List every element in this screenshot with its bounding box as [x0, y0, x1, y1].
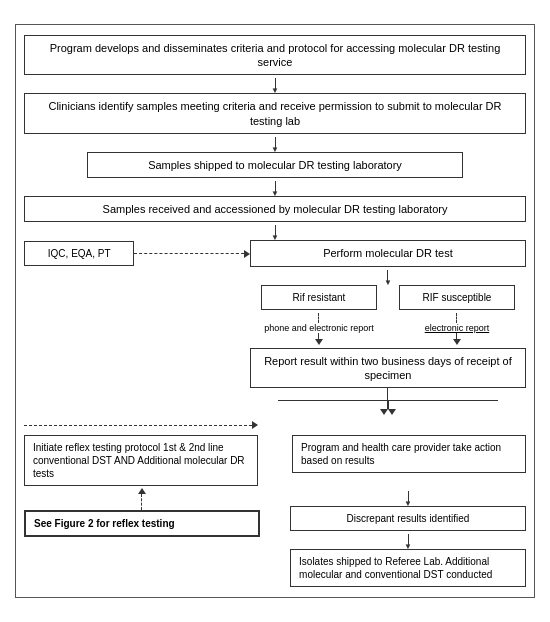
arrow2: [24, 134, 526, 152]
box1: Program develops and disseminates criter…: [24, 35, 526, 76]
label-electronic: electronic report: [399, 313, 515, 345]
box7: Report result within two business days o…: [250, 348, 526, 389]
box9-left: See Figure 2 for reflex testing: [24, 510, 260, 537]
label-phone: phone and electronic report: [261, 313, 377, 345]
box5-right: Perform molecular DR test: [250, 240, 526, 266]
arrow-right-down: [408, 488, 409, 506]
box3: Samples shipped to molecular DR testing …: [87, 152, 464, 178]
arrow9: [408, 531, 409, 549]
arrow4: [24, 222, 526, 240]
arrow5: [387, 267, 388, 285]
flowchart: Program develops and disseminates criter…: [15, 24, 535, 599]
box2: Clinicians identify samples meeting crit…: [24, 93, 526, 134]
box8-left: Initiate reflex testing protocol 1st & 2…: [24, 435, 258, 486]
arrow3: [24, 178, 526, 196]
box8-right: Program and health care provider take ac…: [292, 435, 526, 473]
box6-right: RIF susceptible: [399, 285, 515, 310]
arrow1: [24, 75, 526, 93]
box5-left: IQC, EQA, PT: [24, 241, 134, 266]
box9-right: Discrepant results identified: [290, 506, 526, 531]
box4: Samples received and accessioned by mole…: [24, 196, 526, 222]
box10: Isolates shipped to Referee Lab. Additio…: [290, 549, 526, 587]
box6-left: Rif resistant: [261, 285, 377, 310]
